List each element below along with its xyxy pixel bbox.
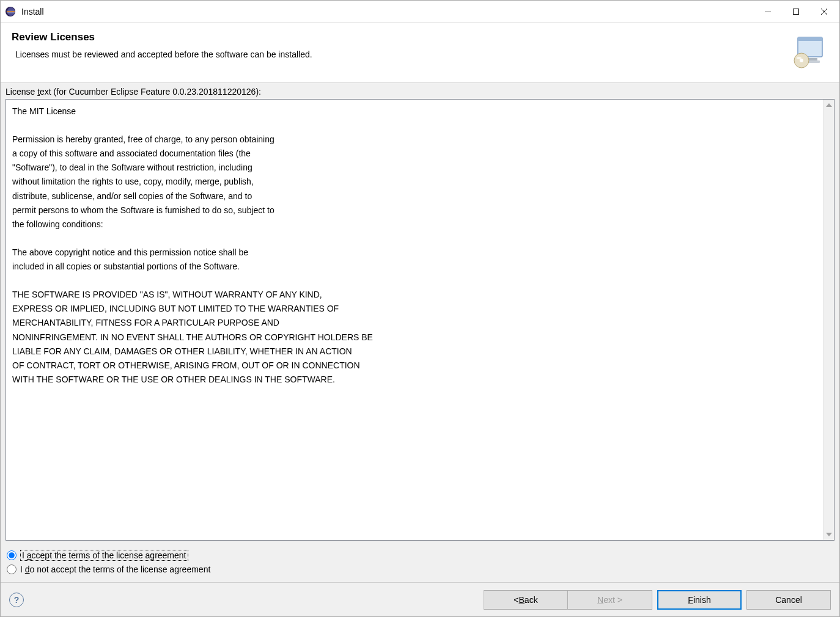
window-title: Install [21, 7, 44, 16]
svg-rect-2 [7, 11, 15, 12]
finish-button[interactable]: Finish [657, 590, 742, 610]
license-text-label: License text (for Cucumber Eclipse Featu… [1, 83, 839, 99]
svg-rect-10 [798, 37, 822, 41]
titlebar: Install [1, 1, 839, 23]
close-button[interactable] [810, 2, 838, 21]
back-button[interactable]: < Back [484, 590, 568, 610]
banner-title: Review Licenses [12, 31, 783, 43]
cancel-button[interactable]: Cancel [746, 590, 831, 610]
svg-point-14 [800, 59, 803, 62]
scroll-up-icon[interactable] [825, 101, 833, 109]
maximize-button[interactable] [782, 2, 810, 21]
license-acceptance-group: I accept the terms of the license agreem… [1, 544, 839, 582]
accept-radio-label: I accept the terms of the license agreem… [20, 550, 188, 561]
wizard-banner: Review Licenses Licenses must be reviewe… [1, 23, 839, 83]
install-icon [789, 31, 828, 70]
content-area: License text (for Cucumber Eclipse Featu… [1, 83, 839, 582]
scrollbar[interactable] [823, 100, 834, 540]
decline-license-radio[interactable]: I do not accept the terms of the license… [7, 563, 833, 576]
svg-rect-4 [7, 12, 15, 13]
svg-rect-6 [794, 9, 799, 14]
minimize-button[interactable] [754, 2, 782, 21]
license-text-box: The MIT License Permission is hereby gra… [6, 99, 834, 541]
accept-license-radio[interactable]: I accept the terms of the license agreem… [7, 548, 833, 563]
svg-rect-3 [7, 10, 15, 10]
scroll-down-icon[interactable] [825, 530, 833, 539]
eclipse-icon [4, 5, 17, 18]
svg-marker-17 [826, 533, 832, 536]
decline-radio-label: I do not accept the terms of the license… [20, 564, 210, 574]
button-bar: ? < Back Next > Finish Cancel [1, 582, 839, 616]
decline-radio-input[interactable] [7, 564, 17, 574]
help-icon[interactable]: ? [9, 593, 24, 607]
svg-marker-16 [826, 103, 832, 107]
accept-radio-input[interactable] [7, 550, 17, 560]
svg-point-15 [797, 57, 801, 59]
license-text-content[interactable]: The MIT License Permission is hereby gra… [6, 100, 823, 540]
banner-subtitle: Licenses must be reviewed and accepted b… [12, 49, 783, 59]
next-button: Next > [568, 590, 652, 610]
